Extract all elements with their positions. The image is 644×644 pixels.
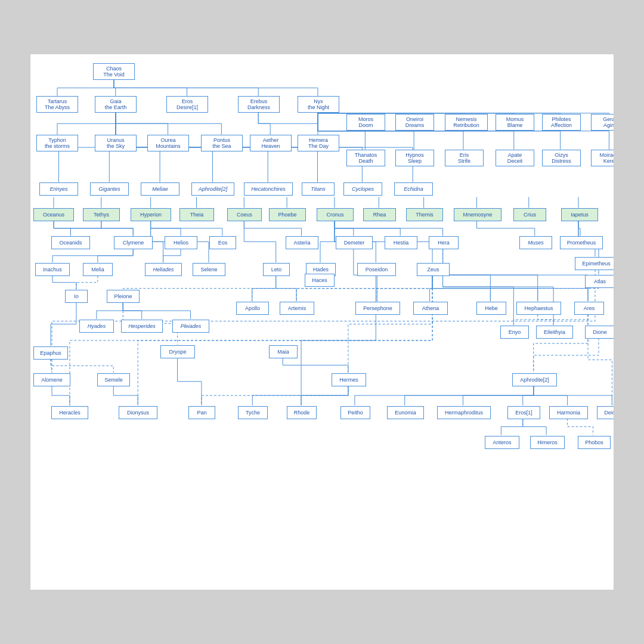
node-oceanids: Oceanids	[51, 236, 90, 249]
node-chaos: ChaosThe Void	[93, 63, 135, 80]
node-ares: Ares	[574, 302, 604, 315]
node-hypnos: HypnosSleep	[395, 150, 434, 166]
node-aether: AetherHeaven	[250, 135, 292, 151]
node-eileithyia: Eileithyia	[536, 326, 573, 339]
node-gaia: Gaiathe Earth	[95, 96, 137, 113]
node-cyclopes: Cyclopes	[343, 182, 382, 196]
node-selene: Selene	[193, 263, 225, 276]
node-rhode: Rhode	[287, 406, 317, 419]
node-moirae: Moirae &Keres	[591, 150, 614, 166]
node-eris: ErisStrife	[445, 150, 484, 166]
node-hesperides: Hesperides	[121, 320, 163, 333]
node-melia: Melia	[83, 263, 113, 276]
node-uranus: Uranusthe Sky	[95, 135, 137, 151]
node-ourea: OureaMountains	[147, 135, 189, 151]
node-artemis: Artemis	[280, 302, 314, 315]
node-pleione: Pleione	[107, 290, 140, 303]
node-iapetus: Iapetus	[561, 208, 598, 221]
node-himeros: Himeros	[530, 436, 565, 449]
node-enyo: Enyo	[500, 326, 529, 339]
node-muses: Muses	[519, 236, 552, 249]
node-thanatos: ThanatosDeath	[346, 150, 385, 166]
node-poseidon: Poseidon	[357, 263, 396, 276]
node-cronus: Cronus	[317, 208, 354, 221]
node-haces: Haces	[305, 274, 335, 287]
node-hestia: Hestia	[385, 236, 417, 249]
node-tethys: Tethys	[83, 208, 120, 221]
node-hermes: Hermes	[332, 373, 366, 386]
node-deimos: Deimos	[597, 406, 614, 419]
node-philotes: PhilotesAffection	[542, 114, 581, 131]
node-maia: Maia	[269, 345, 298, 358]
node-zeus: Zeus	[417, 263, 450, 276]
node-hemera: HemeraThe Day	[298, 135, 339, 151]
node-oizys: OizysDistress	[542, 150, 581, 166]
node-eunomia: Eunomia	[387, 406, 424, 419]
node-moros: MorosDoom	[346, 114, 385, 131]
node-coeus: Coeus	[227, 208, 262, 221]
node-themis: Themis	[406, 208, 443, 221]
node-mnemosyne: Mnemosyne	[454, 208, 501, 221]
node-typhon: Typhonthe storms	[36, 135, 78, 151]
node-nemesis: NemesisRetribution	[445, 114, 488, 131]
node-eos: Eos	[209, 236, 236, 249]
node-dryope: Dryope	[160, 345, 195, 358]
node-theia: Theia	[179, 208, 214, 221]
node-athena: Athena	[413, 302, 448, 315]
node-oneiroi: OneiroiDreams	[395, 114, 434, 131]
node-echidna: Echidna	[394, 182, 433, 196]
node-phoebe: Phoebe	[269, 208, 306, 221]
node-clymene: Clymene	[114, 236, 153, 249]
node-meliae: Meliae	[141, 182, 179, 196]
node-persephone: Persephone	[355, 302, 400, 315]
node-epimetheus: Epimetheus	[575, 257, 614, 270]
node-alomene: Alomene	[33, 373, 70, 386]
node-hyades: Hyades	[79, 320, 114, 333]
node-erebus: ErebusDarkness	[238, 96, 280, 113]
node-hera: Hera	[429, 236, 459, 249]
node-aphrodite2: Aphrodite[2]	[191, 182, 234, 196]
node-asteria: Asteria	[286, 236, 318, 249]
node-hecatonchires: Hecatonchires	[244, 182, 293, 196]
node-inachus: Inachus	[35, 263, 70, 276]
node-aphrodite1: Aphrodite[2]	[512, 373, 557, 386]
node-hephaestus: Hephaestus	[516, 302, 561, 315]
node-prometheus: Prometheus	[560, 236, 603, 249]
node-heracles: Heracles	[51, 406, 88, 419]
node-harmonia: Harmonia	[549, 406, 588, 419]
node-tartarus: TartarusThe Abyss	[36, 96, 78, 113]
node-heliades: Heliades	[145, 263, 182, 276]
node-geras: GerasAging	[591, 114, 614, 131]
node-phobos: Phobos	[578, 436, 611, 449]
node-pan: Pan	[188, 406, 215, 419]
node-erinyes: Erinyes	[39, 182, 78, 196]
node-eros: ErosDesire[1]	[166, 96, 208, 113]
node-pontus: Pontusthe Sea	[201, 135, 243, 151]
node-leto: Leto	[263, 263, 290, 276]
node-peitho: Peitho	[340, 406, 370, 419]
node-io: Io	[65, 290, 88, 303]
node-rhea: Rhea	[363, 208, 396, 221]
node-eros1: Eros[1]	[507, 406, 540, 419]
family-tree-chart: ChaosThe VoidTartarusThe AbyssGaiathe Ea…	[30, 54, 614, 590]
node-crius: Crius	[513, 208, 546, 221]
node-oceanus: Oceanus	[33, 208, 74, 221]
node-dione: Dione	[585, 326, 614, 339]
node-pleiades: Pleiades	[172, 320, 209, 333]
node-dionysus: Dionysus	[119, 406, 157, 419]
node-hyperion: Hyperion	[131, 208, 171, 221]
node-anteros: Anteros	[485, 436, 519, 449]
node-demeter: Demeter	[336, 236, 373, 249]
node-momus: MomusBlame	[496, 114, 534, 131]
node-gigantes: Gigantes	[90, 182, 129, 196]
node-tyche: Tyche	[238, 406, 268, 419]
node-epaphus: Epaphus	[33, 346, 68, 360]
node-helios: Helios	[165, 236, 197, 249]
node-atlas: Atlas	[585, 275, 614, 288]
node-apate: ApateDeceit	[496, 150, 534, 166]
node-hermaphroditus: Hermaphroditus	[437, 406, 491, 419]
node-semele: Semele	[97, 373, 130, 386]
node-hebe: Hebe	[476, 302, 506, 315]
node-titans: Titans	[302, 182, 335, 196]
node-apollo: Apollo	[236, 302, 269, 315]
